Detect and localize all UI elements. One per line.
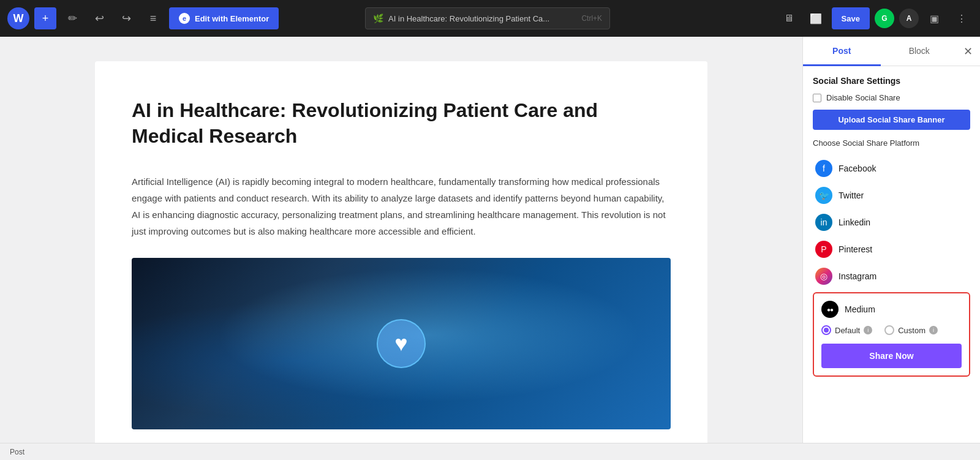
twitter-icon: 🐦 <box>815 187 832 204</box>
medium-section: ●● Medium Default i Custom i <box>813 292 970 377</box>
pinterest-label: Pinterest <box>839 244 872 254</box>
article-card: AI in Healthcare: Revolutionizing Patien… <box>95 61 707 443</box>
content-area: AI in Healthcare: Revolutionizing Patien… <box>0 37 802 443</box>
desktop-view-button[interactable]: 🖥 <box>778 7 800 29</box>
platform-item-linkedin[interactable]: in Linkedin <box>813 209 970 236</box>
tab-block-label: Block <box>909 46 930 56</box>
medium-icon: ●● <box>821 301 839 318</box>
main-area: AI in Healthcare: Revolutionizing Patien… <box>0 37 980 443</box>
disable-social-share-row: Disable Social Share <box>813 93 970 102</box>
article-image: ♥ <box>132 258 671 429</box>
platform-item-facebook[interactable]: f Facebook <box>813 155 970 182</box>
url-bar[interactable]: 🌿 AI in Healthcare: Revolutionizing Pati… <box>365 7 610 29</box>
status-indicator: G <box>875 9 894 28</box>
panel-close-button[interactable]: ✕ <box>958 42 978 61</box>
default-info-icon[interactable]: i <box>864 326 872 334</box>
list-button[interactable]: ≡ <box>142 7 164 29</box>
edit-pen-button[interactable]: ✏ <box>61 7 83 29</box>
edit-with-elementor-button[interactable]: Edit with Elementor <box>169 7 279 29</box>
toolbar: W + ✏ ↩ ↪ ≡ Edit with Elementor 🌿 AI in … <box>0 0 980 37</box>
redo-button[interactable]: ↪ <box>115 7 137 29</box>
leaf-icon: 🌿 <box>373 13 383 23</box>
undo-button[interactable]: ↩ <box>88 7 110 29</box>
right-panel: Post Block ✕ Social Share Settings Disab… <box>802 37 980 443</box>
tab-post[interactable]: Post <box>803 37 881 66</box>
custom-radio-circle[interactable] <box>884 325 894 335</box>
custom-radio-label: Custom <box>898 326 925 335</box>
panel-content: Social Share Settings Disable Social Sha… <box>803 66 980 443</box>
tab-block[interactable]: Block <box>881 37 959 66</box>
radio-row: Default i Custom i <box>821 325 962 335</box>
article-title: AI in Healthcare: Revolutionizing Patien… <box>132 98 671 149</box>
facebook-icon: f <box>815 160 832 177</box>
toolbar-right: 🖥 ⬜ Save G A ▣ ⋮ <box>778 7 973 29</box>
default-radio-label: Default <box>835 326 860 335</box>
pinterest-icon: P <box>815 241 832 258</box>
url-text: AI in Healthcare: Revolutionizing Patien… <box>388 14 574 23</box>
linkedin-label: Linkedin <box>839 217 870 227</box>
choose-platform-label: Choose Social Share Platform <box>813 138 970 148</box>
user-avatar[interactable]: A <box>899 9 919 28</box>
medium-label: Medium <box>845 304 875 314</box>
status-text: Post <box>10 448 24 456</box>
facebook-label: Facebook <box>839 164 876 173</box>
default-radio-item[interactable]: Default i <box>821 325 872 335</box>
disable-social-share-checkbox[interactable] <box>813 94 821 102</box>
instagram-label: Instagram <box>839 271 876 281</box>
custom-info-icon[interactable]: i <box>929 326 938 334</box>
platform-item-pinterest[interactable]: P Pinterest <box>813 236 970 263</box>
sidebar-toggle-button[interactable]: ▣ <box>924 7 946 29</box>
more-options-button[interactable]: ⋮ <box>951 7 973 29</box>
preview-button[interactable]: ⬜ <box>805 7 827 29</box>
instagram-icon: ◎ <box>815 268 832 285</box>
share-now-button[interactable]: Share Now <box>821 344 962 368</box>
default-radio-circle[interactable] <box>821 325 831 335</box>
platform-item-instagram[interactable]: ◎ Instagram <box>813 263 970 290</box>
elementor-button-label: Edit with Elementor <box>195 14 269 23</box>
save-button[interactable]: Save <box>832 7 870 29</box>
upload-social-share-banner-button[interactable]: Upload Social Share Banner <box>813 110 970 130</box>
tab-post-label: Post <box>832 46 851 56</box>
wp-logo[interactable]: W <box>7 7 29 29</box>
platform-item-twitter[interactable]: 🐦 Twitter <box>813 182 970 209</box>
add-button[interactable]: + <box>34 7 56 29</box>
heart-icon: ♥ <box>377 319 426 368</box>
article-body: Artificial Intelligence (AI) is rapidly … <box>132 173 671 239</box>
medium-platform-row: ●● Medium <box>821 301 962 318</box>
panel-tabs: Post Block ✕ <box>803 37 980 66</box>
custom-radio-item[interactable]: Custom i <box>884 325 938 335</box>
twitter-label: Twitter <box>839 190 864 200</box>
linkedin-icon: in <box>815 214 832 231</box>
shortcut-label: Ctrl+K <box>581 14 602 23</box>
status-bar: Post <box>0 443 980 460</box>
elementor-icon <box>179 13 190 24</box>
disable-social-share-label: Disable Social Share <box>826 93 900 102</box>
social-share-settings-title: Social Share Settings <box>813 76 970 86</box>
